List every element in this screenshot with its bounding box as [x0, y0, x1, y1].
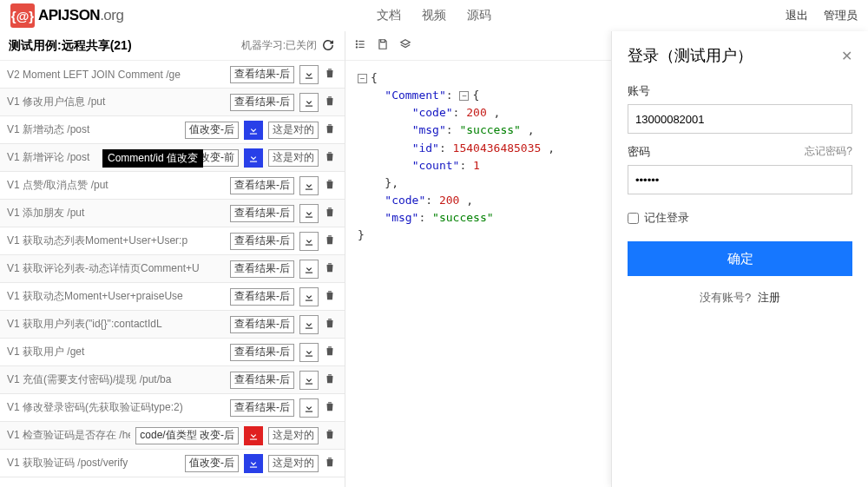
nav-docs[interactable]: 文档 — [377, 8, 401, 23]
password-input[interactable] — [628, 165, 852, 194]
table-row[interactable]: V1 充值(需要支付密码)/提现 /put/ba查看结果-后 — [0, 366, 345, 394]
table-row[interactable]: V1 获取动态列表Moment+User+User:p查看结果-后 — [0, 227, 345, 255]
download-icon[interactable] — [244, 426, 263, 445]
table-row[interactable]: V1 新增动态 /post值改变-后这是对的 — [0, 116, 345, 144]
password-label: 密码 — [628, 144, 650, 160]
download-icon[interactable] — [299, 260, 319, 279]
trash-icon[interactable] — [324, 345, 338, 359]
trash-icon[interactable] — [324, 317, 338, 332]
submit-button[interactable]: 确定 — [628, 241, 852, 276]
trash-icon[interactable] — [324, 261, 338, 276]
result-badge[interactable]: 查看结果-后 — [230, 372, 294, 389]
result-badge[interactable]: 查看结果-后 — [230, 94, 294, 111]
result-badge[interactable]: 查看结果-后 — [230, 233, 294, 250]
table-row[interactable]: V1 获取验证码 /post/verify值改变-后这是对的 — [0, 450, 345, 477]
logo[interactable]: {@} APIJSON.org — [10, 3, 123, 28]
logout-link[interactable]: 退出 — [786, 8, 808, 23]
download-icon[interactable] — [299, 398, 319, 418]
table-row[interactable]: V1 修改登录密码(先获取验证码type:2)查看结果-后 — [0, 394, 345, 422]
download-icon[interactable] — [299, 315, 319, 334]
close-icon[interactable]: ✕ — [841, 48, 852, 64]
svg-point-19 — [356, 47, 357, 48]
table-row[interactable]: V1 获取动态Moment+User+praiseUse查看结果-后 — [0, 283, 345, 311]
trash-icon[interactable] — [324, 67, 338, 82]
download-icon[interactable] — [299, 232, 319, 251]
table-row[interactable]: V1 获取评论列表-动态详情页Comment+U查看结果-后 — [0, 255, 345, 283]
remember-login[interactable]: 记住登录 — [628, 210, 852, 226]
nav-source[interactable]: 源码 — [467, 8, 491, 23]
trash-icon[interactable] — [324, 206, 338, 220]
forgot-password-link[interactable]: 忘记密码? — [805, 144, 852, 160]
refresh-icon[interactable] — [322, 39, 336, 53]
list-settings-icon[interactable] — [354, 38, 366, 53]
download-icon[interactable] — [299, 343, 319, 362]
result-badge[interactable]: 查看结果-后 — [230, 288, 294, 306]
svg-rect-14 — [250, 466, 257, 467]
trash-icon[interactable] — [324, 234, 338, 248]
nav-video[interactable]: 视频 — [422, 8, 446, 23]
download-icon[interactable] — [299, 287, 319, 306]
admin-link[interactable]: 管理员 — [824, 8, 858, 23]
result-badge[interactable]: code/值类型 改变-后 — [135, 427, 239, 444]
json-toggle-icon[interactable]: − — [358, 74, 367, 83]
table-row[interactable]: V1 获取用户 /get查看结果-后 — [0, 339, 345, 366]
tooltip: Comment/id 值改变 — [102, 149, 203, 168]
result-badge[interactable]: 查看结果-后 — [230, 177, 294, 194]
svg-rect-11 — [306, 383, 312, 384]
trash-icon[interactable] — [324, 400, 338, 415]
login-panel: 登录（测试用户） ✕ 账号 密码 忘记密码? 记住登录 确定 没有账号? — [611, 31, 868, 487]
trash-icon[interactable] — [324, 289, 338, 304]
svg-point-15 — [356, 41, 357, 42]
download-icon[interactable] — [299, 371, 319, 390]
download-icon[interactable] — [299, 176, 319, 195]
svg-point-17 — [356, 43, 357, 44]
save-icon[interactable] — [377, 38, 389, 53]
test-row-label: V2 Moment LEFT JOIN Comment /ge — [7, 69, 225, 81]
table-row[interactable]: V1 修改用户信息 /put查看结果-后 — [0, 89, 345, 116]
svg-rect-10 — [306, 355, 312, 356]
test-row-label: V1 修改用户信息 /put — [7, 95, 225, 109]
svg-rect-3 — [250, 161, 257, 161]
result-badge[interactable]: 查看结果-后 — [230, 66, 294, 83]
test-row-label: V1 点赞/取消点赞 /put — [7, 178, 225, 193]
download-icon[interactable] — [244, 121, 263, 140]
layers-icon[interactable] — [399, 38, 411, 53]
svg-rect-0 — [306, 77, 312, 78]
download-icon[interactable] — [299, 65, 319, 84]
json-toggle-icon[interactable]: − — [459, 91, 469, 101]
test-list[interactable]: V2 Moment LEFT JOIN Comment /ge查看结果-后V1 … — [0, 61, 345, 487]
download-icon[interactable] — [244, 454, 263, 473]
download-icon[interactable] — [299, 204, 319, 223]
download-icon[interactable] — [244, 148, 263, 168]
trash-icon[interactable] — [324, 428, 338, 443]
table-row[interactable]: V1 新增评论 /postComment/id 值改变值改变-前这是对的 — [0, 144, 345, 172]
download-icon[interactable] — [299, 93, 319, 112]
table-row[interactable]: V1 点赞/取消点赞 /put查看结果-后 — [0, 172, 345, 200]
result-badge[interactable]: 查看结果-后 — [230, 399, 294, 417]
result-badge[interactable]: 查看结果-后 — [230, 344, 294, 361]
svg-rect-6 — [306, 244, 312, 245]
trash-icon[interactable] — [324, 178, 338, 193]
trash-icon[interactable] — [324, 95, 338, 109]
remember-checkbox[interactable] — [628, 213, 639, 224]
trash-icon[interactable] — [324, 122, 338, 137]
result-badge[interactable]: 查看结果-后 — [230, 316, 294, 333]
logo-icon: {@} — [10, 3, 35, 28]
result-badge[interactable]: 值改变-后 — [185, 455, 239, 472]
result-badge[interactable]: 查看结果-后 — [230, 260, 294, 278]
result-badge[interactable]: 值改变-后 — [185, 122, 239, 139]
trash-icon[interactable] — [324, 150, 338, 165]
test-row-label: V1 新增动态 /post — [7, 122, 180, 137]
account-input[interactable] — [628, 104, 852, 134]
login-title: 登录（测试用户） — [628, 45, 841, 66]
table-row[interactable]: V1 检查验证码是否存在 /heacode/值类型 改变-后这是对的 — [0, 422, 345, 450]
remember-label: 记住登录 — [644, 210, 689, 226]
table-row[interactable]: V2 Moment LEFT JOIN Comment /ge查看结果-后 — [0, 61, 345, 89]
register-link[interactable]: 注册 — [758, 291, 780, 304]
result-badge[interactable]: 查看结果-后 — [230, 205, 294, 222]
table-row[interactable]: V1 获取用户列表("id{}":contactIdL查看结果-后 — [0, 311, 345, 339]
table-row[interactable]: V1 添加朋友 /put查看结果-后 — [0, 200, 345, 227]
trash-icon[interactable] — [324, 456, 338, 471]
logo-text-main: APIJSON — [38, 7, 100, 23]
trash-icon[interactable] — [324, 372, 338, 387]
